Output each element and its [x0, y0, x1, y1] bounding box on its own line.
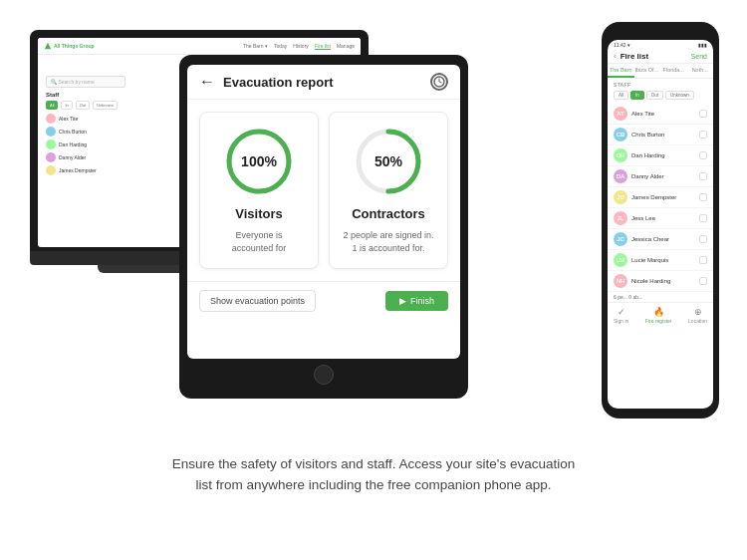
visitors-circle: 100%: [224, 127, 294, 196]
person-name: Jess Lee: [631, 215, 695, 221]
finish-arrow-icon: ▶: [399, 296, 406, 306]
laptop-nav: All Things Group The Barn ▾ Today Histor…: [38, 38, 361, 55]
person-name: Dan Harding: [631, 152, 695, 158]
list-item: DH Dan Harding: [608, 145, 713, 166]
tablet-home-button[interactable]: [314, 365, 334, 385]
person-name: Alex Tite: [631, 111, 695, 117]
tablet-bezel: ← Evacuation report: [179, 55, 468, 399]
avatar: CB: [614, 128, 627, 141]
contractors-circle: 50%: [354, 127, 423, 196]
tab-ibiza[interactable]: Ibiza Office: [634, 64, 661, 78]
filter-all[interactable]: All: [46, 101, 58, 110]
phone-filter-unknown[interactable]: Unknown: [665, 91, 694, 100]
laptop-search[interactable]: 🔍 Search by name: [46, 76, 125, 88]
tab-the-barn[interactable]: The Barn: [608, 64, 634, 78]
person-name: Jessica Chear: [631, 236, 695, 242]
contractors-label: Contractors: [352, 206, 425, 221]
person-checkbox[interactable]: [699, 110, 707, 118]
person-checkbox[interactable]: [699, 193, 707, 201]
avatar: [46, 165, 56, 175]
laptop-nav-links: The Barn ▾ Today History Fire list Manag…: [243, 43, 355, 50]
filter-unknown[interactable]: Unknown: [93, 101, 118, 110]
phone-time: 11:42 ▾: [614, 42, 630, 48]
phone-tabs: The Barn Ibiza Office Florida... Noth...: [608, 64, 713, 79]
contractors-card: 50% Contractors 2 people are signed in.1…: [329, 112, 448, 269]
phone-title: Fire list: [621, 52, 691, 61]
visitors-desc: Everyone isaccounted for: [232, 229, 287, 254]
phone-count: 6 pe... 0 ab...: [608, 292, 713, 302]
filter-in[interactable]: In: [61, 101, 72, 110]
clock-icon: [430, 73, 448, 91]
phone-back-icon[interactable]: ‹: [614, 52, 617, 61]
bottom-sign-in-label: Sign in: [614, 318, 628, 324]
bottom-sign-in[interactable]: ✓ Sign in: [614, 307, 628, 324]
caption: Ensure the safety of visitors and staff.…: [0, 448, 747, 506]
svg-line-3: [439, 82, 442, 83]
person-checkbox[interactable]: [699, 256, 707, 264]
phone-people-list: AT Alex Tite CB Chris Burton DH Dan Hard…: [608, 104, 713, 292]
phone-filter-out[interactable]: Out: [646, 91, 663, 100]
person-name: Alex Tite: [59, 116, 78, 122]
person-checkbox[interactable]: [699, 151, 707, 159]
back-icon[interactable]: ←: [199, 73, 215, 91]
bottom-fire-register[interactable]: 🔥 Fire register: [645, 307, 672, 324]
nav-today[interactable]: Today: [274, 43, 287, 50]
list-item: LM Lucie Marquis: [608, 250, 713, 271]
avatar: AT: [614, 107, 627, 121]
person-checkbox[interactable]: [699, 131, 707, 139]
nav-manage[interactable]: Manage: [337, 43, 355, 50]
laptop-logo: All Things Group: [44, 42, 95, 50]
avatar: [46, 127, 56, 137]
person-checkbox[interactable]: [699, 172, 707, 180]
hero-scene: All Things Group The Barn ▾ Today Histor…: [0, 0, 747, 448]
phone-battery: ▮▮▮: [698, 42, 707, 48]
phone-send-button[interactable]: Send: [691, 53, 707, 60]
phone-filter-all[interactable]: All: [614, 91, 628, 100]
tablet-title: Evacuation report: [223, 75, 422, 90]
avatar: DH: [614, 148, 627, 162]
nav-history[interactable]: History: [293, 43, 309, 50]
person-name: Chris Burton: [59, 129, 87, 135]
finish-label: Finish: [410, 296, 434, 306]
visitors-label: Visitors: [235, 206, 282, 221]
avatar: JC: [614, 232, 627, 246]
person-name: Chris Burton: [631, 132, 695, 138]
caption-line2: list from anywhere including the free co…: [195, 477, 551, 492]
person-name: Danny Alder: [59, 154, 86, 160]
list-item: NH Nicole Harding: [608, 271, 713, 292]
avatar: [46, 114, 56, 124]
phone-device: 11:42 ▾ ▮▮▮ ‹ Fire list Send The Barn Ib…: [602, 22, 719, 419]
tab-florida[interactable]: Florida...: [660, 64, 687, 78]
avatar: NH: [614, 274, 627, 288]
fire-icon: 🔥: [653, 307, 664, 317]
avatar: DA: [614, 169, 627, 183]
list-item: DA Danny Alder: [608, 166, 713, 187]
visitors-card: 100% Visitors Everyone isaccounted for: [199, 112, 319, 269]
nav-firelist[interactable]: Fire list: [315, 43, 331, 50]
person-checkbox[interactable]: [699, 235, 707, 243]
bottom-location[interactable]: ⊕ Location: [688, 307, 707, 324]
person-checkbox[interactable]: [699, 277, 707, 285]
show-evac-button[interactable]: Show evacuation points: [199, 290, 316, 312]
tablet-screen: ← Evacuation report: [187, 65, 460, 359]
person-name: James Dempster: [59, 167, 97, 173]
filter-out[interactable]: Out: [76, 101, 90, 110]
list-item: JC Jessica Chear: [608, 229, 713, 250]
svg-marker-0: [45, 43, 51, 49]
tab-other[interactable]: Noth...: [687, 64, 714, 78]
bottom-fire-label: Fire register: [645, 318, 672, 324]
location-icon: ⊕: [694, 307, 702, 317]
phone-nav: ‹ Fire list Send: [608, 50, 713, 64]
phone-filters: All In Out Unknown: [608, 89, 713, 102]
avatar: [46, 152, 56, 162]
avatar: JD: [614, 190, 627, 204]
avatar: [46, 140, 56, 149]
person-name: Danny Alder: [631, 173, 695, 179]
nav-barn[interactable]: The Barn ▾: [243, 43, 268, 50]
sign-in-icon: ✓: [618, 307, 625, 317]
person-checkbox[interactable]: [699, 214, 707, 222]
list-item: AT Alex Tite: [608, 104, 713, 125]
phone-filter-in[interactable]: In: [630, 91, 644, 100]
finish-button[interactable]: ▶ Finish: [385, 291, 448, 311]
cards-row: 100% Visitors Everyone isaccounted for: [187, 100, 460, 281]
